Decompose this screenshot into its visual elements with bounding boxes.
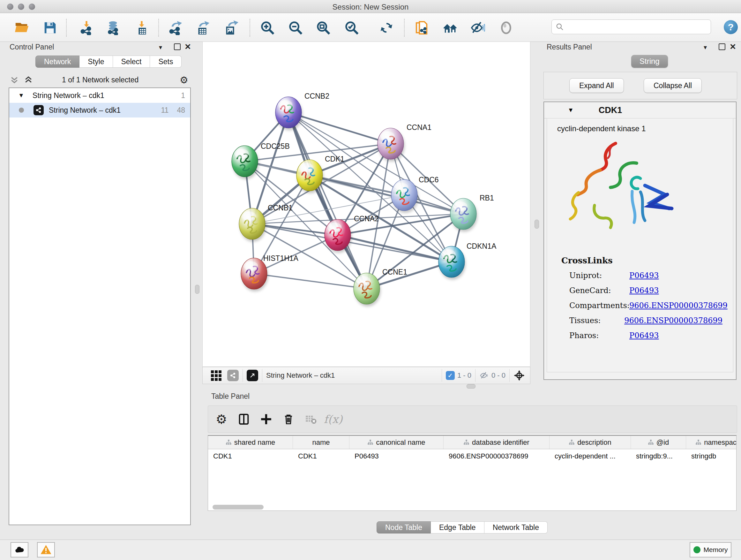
expand-all-networks-icon[interactable]	[23, 75, 33, 84]
network-node-CCNA2[interactable]	[325, 219, 352, 253]
results-panel-float-icon[interactable]	[719, 44, 725, 50]
crosslink-value-link[interactable]: P06493	[629, 331, 659, 340]
expand-all-button[interactable]: Expand All	[569, 78, 624, 93]
table-cell[interactable]: cyclin-dependent ...	[549, 449, 631, 463]
column-mapping-icon	[367, 439, 374, 445]
table-row[interactable]: CDK1CDK1P064939606.ENSP00000378699cyclin…	[208, 449, 736, 463]
table-horizontal-scrollbar[interactable]	[212, 505, 264, 509]
collapse-all-networks-icon[interactable]	[10, 75, 19, 84]
column-header-namespace[interactable]: namespace	[686, 436, 737, 449]
edge-CCNA2-CDKN1A[interactable]	[338, 235, 452, 262]
network-options-gear-icon[interactable]: ⚙	[180, 74, 188, 85]
open-in-browser-icon[interactable]	[247, 370, 258, 381]
table-cell[interactable]: P06493	[349, 449, 444, 463]
gene-expand-icon[interactable]: ▼	[568, 107, 574, 114]
show-columns-icon[interactable]	[235, 410, 253, 428]
tab-node-table[interactable]: Node Table	[377, 521, 431, 534]
function-builder-icon[interactable]: f(x)	[324, 410, 342, 428]
string-home-icon[interactable]	[443, 20, 458, 36]
network-node-HIST1H1A[interactable]	[241, 258, 268, 292]
gene-section-header[interactable]: ▼ CDK1	[544, 102, 736, 118]
network-collection-row[interactable]: ▼ String Network – cdk1 1	[9, 88, 190, 103]
highlight-icon[interactable]	[498, 20, 514, 36]
column-header-shared-name[interactable]: shared name	[208, 436, 293, 449]
refresh-icon[interactable]	[379, 20, 394, 36]
network-node-CDKN1A[interactable]	[439, 246, 466, 280]
network-node-RB1[interactable]	[450, 198, 477, 232]
network-canvas[interactable]: CCNB2CCNA1CDC25BCDK1CDC6RB1CCNB1CCNA2CDK…	[202, 42, 530, 367]
network-row[interactable]: String Network – cdk1 11 48	[9, 103, 190, 118]
table-cell[interactable]: stringdb:9...	[631, 449, 686, 463]
delete-column-icon[interactable]	[280, 410, 297, 428]
control-panel-close-icon[interactable]: ✕	[185, 42, 191, 51]
crosslink-value-link[interactable]: 9606.ENSP00000378699	[629, 301, 728, 310]
birds-eye-grid-icon[interactable]	[211, 370, 221, 381]
control-panel-float-icon[interactable]	[174, 44, 181, 50]
search-input[interactable]	[564, 22, 702, 31]
network-node-CCNE1[interactable]	[354, 273, 381, 307]
tab-select[interactable]: Select	[113, 56, 150, 68]
collection-expand-icon[interactable]: ▼	[18, 92, 24, 99]
crosslink-value-link[interactable]: P06493	[629, 286, 659, 295]
control-panel-menu-icon[interactable]: ▾	[159, 44, 162, 51]
network-node-CCNB2[interactable]	[275, 97, 302, 130]
import-network-icon[interactable]	[79, 20, 94, 36]
cloud-button[interactable]	[10, 542, 28, 557]
left-splitter-handle[interactable]	[195, 285, 199, 294]
table-cell[interactable]: 9606.ENSP00000378699	[444, 449, 549, 463]
import-network-from-database-icon[interactable]	[105, 20, 121, 36]
column-header-name[interactable]: name	[293, 436, 349, 449]
tab-string[interactable]: String	[631, 55, 668, 68]
table-cell[interactable]: CDK1	[293, 449, 349, 463]
network-node-CCNA1[interactable]	[378, 128, 405, 162]
column-header--id[interactable]: @id	[631, 436, 686, 449]
zoom-out-icon[interactable]	[288, 20, 303, 36]
edge-CCNB2-CCNA1[interactable]	[288, 112, 391, 144]
tab-style[interactable]: Style	[79, 56, 113, 68]
import-table-icon[interactable]	[134, 20, 149, 36]
column-header-database-identifier[interactable]: database identifier	[444, 436, 549, 449]
open-session-icon[interactable]	[14, 20, 29, 36]
help-icon[interactable]: ?	[724, 20, 738, 34]
column-header-canonical-name[interactable]: canonical name	[349, 436, 444, 449]
zoom-in-icon[interactable]	[260, 20, 275, 36]
fit-selected-crosshair-icon[interactable]	[514, 370, 525, 381]
tab-network[interactable]: Network	[36, 56, 79, 68]
edge-HIST1H1A-CCNE1[interactable]	[254, 273, 367, 289]
table-cell[interactable]: stringdb	[686, 449, 737, 463]
zoom-selected-icon[interactable]	[344, 20, 359, 36]
export-table-icon[interactable]	[195, 20, 210, 36]
selected-checkbox-icon[interactable]: ✓	[446, 371, 455, 380]
network-node-CDK1[interactable]	[296, 160, 324, 193]
right-splitter-handle[interactable]	[535, 220, 539, 229]
network-share-icon[interactable]	[227, 370, 239, 381]
node-table[interactable]: shared namenamecanonical namedatabase id…	[208, 435, 737, 511]
export-image-icon[interactable]	[223, 20, 239, 36]
network-graph[interactable]: CCNB2CCNA1CDC25BCDK1CDC6RB1CCNB1CCNA2CDK…	[203, 42, 530, 367]
table-settings-icon[interactable]: ⚙	[212, 410, 230, 428]
title-bar: Session: New Session	[0, 0, 741, 13]
search-box[interactable]	[551, 19, 711, 34]
hide-unhide-icon[interactable]	[470, 20, 485, 36]
tab-network-table[interactable]: Network Table	[484, 521, 548, 534]
edge-CCNB2-CCNE1[interactable]	[288, 112, 367, 289]
memory-button[interactable]: Memory	[690, 542, 731, 557]
tab-sets[interactable]: Sets	[150, 56, 182, 68]
save-session-icon[interactable]	[43, 20, 58, 36]
tab-edge-table[interactable]: Edge Table	[431, 521, 484, 534]
table-cell[interactable]: CDK1	[208, 449, 293, 463]
export-network-icon[interactable]	[167, 20, 183, 36]
delete-table-icon[interactable]	[302, 410, 320, 428]
warnings-button[interactable]	[37, 542, 55, 557]
share-document-icon[interactable]	[414, 20, 429, 36]
results-panel-close-icon[interactable]: ✕	[730, 42, 736, 51]
crosslink-value-link[interactable]: P06493	[629, 271, 659, 280]
crosslink-value-link[interactable]: 9606.ENSP00000378699	[624, 316, 723, 325]
network-node-CCNB1[interactable]	[239, 208, 266, 242]
collapse-all-button[interactable]: Collapse All	[644, 78, 702, 93]
zoom-fit-icon[interactable]	[316, 20, 331, 36]
network-node-CDC6[interactable]	[391, 179, 418, 213]
add-column-icon[interactable]	[257, 410, 275, 428]
column-header-description[interactable]: description	[549, 436, 631, 449]
results-panel-menu-icon[interactable]: ▾	[704, 44, 707, 51]
